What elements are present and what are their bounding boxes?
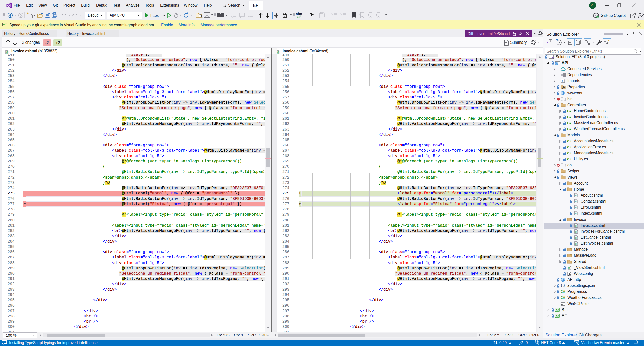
svg-text:@: @ — [575, 212, 577, 215]
svg-text:@: @ — [575, 200, 577, 203]
svg-text:@: @ — [575, 242, 577, 245]
svg-text:@: @ — [575, 236, 577, 239]
svg-text:C#: C# — [556, 315, 559, 317]
svg-text:@: @ — [575, 230, 577, 233]
svg-text:@: @ — [575, 206, 577, 209]
svg-text:@: @ — [575, 224, 577, 227]
svg-text:C#: C# — [556, 309, 559, 311]
svg-text:@: @ — [575, 194, 577, 197]
svg-text:@: @ — [568, 266, 570, 269]
svg-text:@: @ — [6, 51, 8, 54]
